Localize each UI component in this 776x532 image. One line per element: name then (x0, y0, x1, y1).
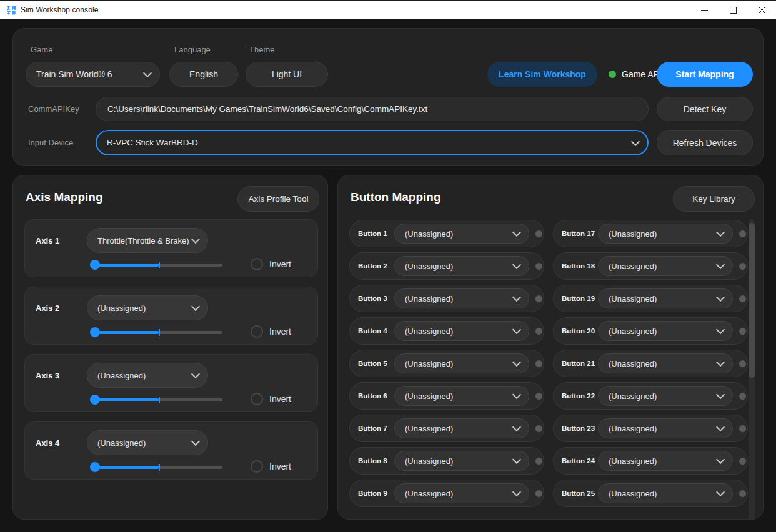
key-library-button[interactable]: Key Library (673, 186, 755, 212)
axis-mapping-title: Axis Mapping (26, 190, 103, 204)
button-state-indicator (535, 263, 542, 270)
button-assignment-value: (Unassigned) (609, 392, 657, 401)
button-assignment-dropdown[interactable]: (Unassigned) (394, 321, 529, 341)
button-assignment-dropdown[interactable]: (Unassigned) (394, 353, 529, 373)
chevron-down-icon (512, 455, 521, 464)
chevron-down-icon (512, 293, 521, 302)
axis-assignment-dropdown[interactable]: (Unassigned) (87, 295, 208, 320)
button-state-indicator (739, 490, 746, 497)
slider-center-tick (159, 397, 160, 403)
axis-row: Axis 4(Unassigned)Invert (24, 421, 318, 480)
button-row: Button 25(Unassigned) (553, 480, 748, 507)
axis-profile-tool-button[interactable]: Axis Profile Tool (237, 186, 319, 212)
button-row: Button 4(Unassigned) (349, 317, 544, 345)
button-assignment-dropdown[interactable]: (Unassigned) (598, 256, 733, 276)
game-select[interactable]: Train Sim World® 6 (26, 62, 160, 87)
game-select-value: Train Sim World® 6 (36, 69, 112, 79)
button-assignment-dropdown[interactable]: (Unassigned) (598, 321, 733, 341)
button-assignment-value: (Unassigned) (609, 229, 657, 239)
slider-thumb[interactable] (90, 327, 100, 337)
button-row: Button 19(Unassigned) (553, 285, 748, 312)
button-state-indicator (739, 263, 746, 270)
button-list-scrollbar[interactable] (749, 219, 755, 520)
button-label: Button 3 (358, 295, 394, 302)
button-assignment-value: (Unassigned) (609, 262, 657, 271)
slider-thumb[interactable] (90, 462, 100, 472)
theme-label: Theme (249, 45, 274, 54)
button-assignment-dropdown[interactable]: (Unassigned) (394, 451, 529, 471)
button-assignment-dropdown[interactable]: (Unassigned) (598, 224, 733, 244)
button-assignment-dropdown[interactable]: (Unassigned) (598, 386, 733, 406)
slider-thumb[interactable] (90, 395, 100, 405)
slider-track (95, 264, 222, 267)
button-label: Button 9 (358, 490, 394, 497)
axis-assignment-dropdown[interactable]: (Unassigned) (87, 430, 208, 455)
button-assignment-dropdown[interactable]: (Unassigned) (394, 256, 529, 276)
button-assignment-dropdown[interactable]: (Unassigned) (598, 483, 733, 503)
chevron-down-icon (191, 302, 200, 311)
refresh-devices-button[interactable]: Refresh Devices (657, 130, 753, 155)
button-row: Button 21(Unassigned) (553, 350, 748, 377)
button-assignment-dropdown[interactable]: (Unassigned) (394, 224, 529, 244)
axis-mapping-panel: Axis Mapping Axis Profile Tool Axis 1Thr… (12, 175, 328, 520)
button-row: Button 2(Unassigned) (349, 252, 544, 280)
minimize-button[interactable] (690, 1, 719, 19)
window-title: Sim Workshop console (21, 6, 99, 14)
learn-sim-workshop-button[interactable]: Learn Sim Workshop (487, 62, 597, 87)
button-label: Button 5 (358, 360, 394, 367)
button-label: Button 18 (562, 262, 598, 270)
scrollbar-thumb[interactable] (749, 223, 755, 378)
button-state-indicator (739, 393, 746, 400)
chevron-down-icon (716, 325, 725, 334)
slider-track (95, 331, 222, 334)
button-row: Button 6(Unassigned) (349, 382, 544, 410)
chevron-down-icon (191, 437, 200, 446)
axis-assignment-dropdown[interactable]: Throttle(Throttle & Brake) (87, 228, 208, 253)
button-assignment-dropdown[interactable]: (Unassigned) (394, 386, 529, 406)
start-mapping-button[interactable]: Start Mapping (657, 62, 753, 87)
theme-button[interactable]: Light UI (246, 62, 328, 87)
invert-checkbox[interactable]: Invert (251, 393, 291, 405)
button-assignment-dropdown[interactable]: (Unassigned) (394, 418, 529, 438)
button-assignment-dropdown[interactable]: (Unassigned) (598, 418, 733, 438)
button-row: Button 20(Unassigned) (553, 317, 748, 345)
button-label: Button 24 (562, 457, 598, 465)
detect-key-button[interactable]: Detect Key (657, 97, 753, 121)
title-bar: Sim Workshop console (0, 1, 776, 19)
chevron-down-icon (512, 358, 521, 367)
input-device-select[interactable]: R-VPC Stick WarBRD-D (96, 130, 649, 155)
axis-label: Axis 1 (36, 236, 59, 245)
button-assignment-dropdown[interactable]: (Unassigned) (598, 288, 733, 308)
axis-list: Axis 1Throttle(Throttle & Brake)InvertAx… (24, 219, 318, 489)
slider-track (95, 466, 222, 469)
language-button[interactable]: English (169, 62, 238, 87)
axis-assignment-dropdown[interactable]: (Unassigned) (87, 363, 208, 388)
maximize-icon (730, 7, 737, 14)
button-assignment-dropdown[interactable]: (Unassigned) (598, 451, 733, 471)
chevron-down-icon (512, 390, 521, 399)
comm-api-key-input[interactable]: C:\Users\rlink\Documents\My Games\TrainS… (96, 97, 649, 121)
button-row: Button 8(Unassigned) (349, 447, 544, 475)
chevron-down-icon (716, 423, 725, 431)
button-row: Button 3(Unassigned) (349, 285, 544, 312)
button-assignment-dropdown[interactable]: (Unassigned) (394, 288, 529, 308)
invert-checkbox[interactable]: Invert (251, 325, 291, 338)
button-state-indicator (739, 328, 746, 335)
axis-value-slider[interactable] (90, 392, 222, 407)
invert-checkbox[interactable]: Invert (251, 460, 291, 473)
slider-track (95, 398, 222, 401)
slider-thumb[interactable] (90, 260, 100, 270)
button-assignment-dropdown[interactable]: (Unassigned) (394, 483, 529, 503)
invert-checkbox[interactable]: Invert (251, 258, 291, 270)
maximize-button[interactable] (719, 1, 747, 19)
invert-label: Invert (269, 327, 291, 337)
button-state-indicator (535, 393, 542, 400)
axis-value-slider[interactable] (90, 257, 222, 272)
button-state-indicator (535, 360, 542, 367)
button-assignment-dropdown[interactable]: (Unassigned) (598, 353, 733, 373)
button-row: Button 5(Unassigned) (349, 350, 544, 377)
axis-value-slider[interactable] (90, 325, 222, 340)
close-button[interactable] (747, 1, 776, 19)
button-label: Button 23 (562, 425, 598, 432)
axis-value-slider[interactable] (90, 460, 222, 475)
